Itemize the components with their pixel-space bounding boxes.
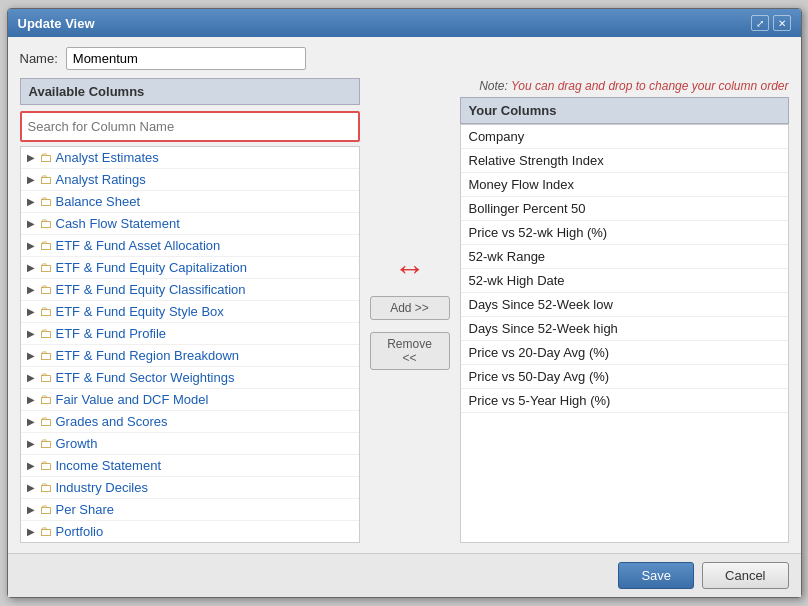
your-column-item[interactable]: Company — [461, 125, 788, 149]
folder-icon: 🗀 — [39, 150, 52, 165]
search-box-wrap[interactable] — [20, 111, 360, 142]
list-item-label: Income Statement — [56, 458, 162, 473]
list-item[interactable]: ▶🗀Fair Value and DCF Model — [21, 389, 359, 411]
folder-icon: 🗀 — [39, 436, 52, 451]
expand-icon: ▶ — [27, 196, 35, 207]
list-item[interactable]: ▶🗀Analyst Ratings — [21, 169, 359, 191]
add-button[interactable]: Add >> — [370, 296, 450, 320]
folder-icon: 🗀 — [39, 458, 52, 473]
your-column-item[interactable]: Price vs 20-Day Avg (%) — [461, 341, 788, 365]
list-item-label: ETF & Fund Equity Classification — [56, 282, 246, 297]
cancel-button[interactable]: Cancel — [702, 562, 788, 589]
list-item[interactable]: ▶🗀ETF & Fund Equity Capitalization — [21, 257, 359, 279]
your-column-item[interactable]: Days Since 52-Week low — [461, 293, 788, 317]
list-item[interactable]: ▶🗀ETF & Fund Equity Classification — [21, 279, 359, 301]
title-bar: Update View ⤢ ✕ — [8, 9, 801, 37]
expand-icon: ▶ — [27, 262, 35, 273]
list-item[interactable]: ▶🗀Cash Flow Statement — [21, 213, 359, 235]
expand-icon: ▶ — [27, 284, 35, 295]
list-item-label: ETF & Fund Profile — [56, 326, 167, 341]
save-button[interactable]: Save — [618, 562, 694, 589]
list-item-label: Growth — [56, 436, 98, 451]
your-column-item[interactable]: 52-wk Range — [461, 245, 788, 269]
expand-icon: ▶ — [27, 482, 35, 493]
expand-icon: ▶ — [27, 152, 35, 163]
expand-icon: ▶ — [27, 240, 35, 251]
list-item[interactable]: ▶🗀Growth — [21, 433, 359, 455]
update-view-dialog: Update View ⤢ ✕ Name: Available Columns … — [7, 8, 802, 598]
your-column-item[interactable]: Relative Strength Index — [461, 149, 788, 173]
list-item-label: ETF & Fund Equity Style Box — [56, 304, 224, 319]
list-item-label: ETF & Fund Region Breakdown — [56, 348, 240, 363]
list-item-label: ETF & Fund Asset Allocation — [56, 238, 221, 253]
your-column-item[interactable]: Price vs 50-Day Avg (%) — [461, 365, 788, 389]
list-item-label: Grades and Scores — [56, 414, 168, 429]
folder-icon: 🗀 — [39, 172, 52, 187]
expand-icon: ▶ — [27, 526, 35, 537]
list-item[interactable]: ▶🗀ETF & Fund Sector Weightings — [21, 367, 359, 389]
available-columns-panel: Available Columns ▶🗀Analyst Estimates▶🗀A… — [20, 78, 360, 543]
expand-icon: ▶ — [27, 504, 35, 515]
your-column-item[interactable]: Money Flow Index — [461, 173, 788, 197]
remove-button[interactable]: Remove << — [370, 332, 450, 370]
folder-icon: 🗀 — [39, 238, 52, 253]
list-item[interactable]: ▶🗀ETF & Fund Profile — [21, 323, 359, 345]
list-item[interactable]: ▶🗀ETF & Fund Equity Style Box — [21, 301, 359, 323]
folder-icon: 🗀 — [39, 304, 52, 319]
list-item-label: Analyst Ratings — [56, 172, 146, 187]
expand-icon: ▶ — [27, 416, 35, 427]
list-item-label: Cash Flow Statement — [56, 216, 180, 231]
your-column-item[interactable]: Bollinger Percent 50 — [461, 197, 788, 221]
list-item[interactable]: ▶🗀Grades and Scores — [21, 411, 359, 433]
folder-icon: 🗀 — [39, 524, 52, 539]
your-column-item[interactable]: Days Since 52-Week high — [461, 317, 788, 341]
folder-icon: 🗀 — [39, 326, 52, 341]
transfer-arrow-icon: ↔ — [394, 252, 426, 284]
middle-panel: ↔ Add >> Remove << — [360, 78, 460, 543]
dialog-footer: Save Cancel — [8, 553, 801, 597]
folder-icon: 🗀 — [39, 370, 52, 385]
name-label: Name: — [20, 51, 58, 66]
list-item-label: Analyst Estimates — [56, 150, 159, 165]
list-item-label: Balance Sheet — [56, 194, 141, 209]
your-column-item[interactable]: Price vs 52-wk High (%) — [461, 221, 788, 245]
list-item[interactable]: ▶🗀Industry Deciles — [21, 477, 359, 499]
maximize-button[interactable]: ⤢ — [751, 15, 769, 31]
your-column-item[interactable]: Price vs 5-Year High (%) — [461, 389, 788, 413]
your-column-item[interactable]: 52-wk High Date — [461, 269, 788, 293]
folder-icon: 🗀 — [39, 282, 52, 297]
folder-icon: 🗀 — [39, 348, 52, 363]
expand-icon: ▶ — [27, 460, 35, 471]
list-item[interactable]: ▶🗀Analyst Estimates — [21, 147, 359, 169]
expand-icon: ▶ — [27, 372, 35, 383]
list-item-label: Portfolio — [56, 524, 104, 539]
list-item-label: Per Share — [56, 502, 115, 517]
name-input[interactable] — [66, 47, 306, 70]
dialog-title: Update View — [18, 16, 95, 31]
list-item[interactable]: ▶🗀Balance Sheet — [21, 191, 359, 213]
available-columns-header: Available Columns — [20, 78, 360, 105]
list-item-label: ETF & Fund Sector Weightings — [56, 370, 235, 385]
list-item[interactable]: ▶🗀ETF & Fund Asset Allocation — [21, 235, 359, 257]
folder-icon: 🗀 — [39, 414, 52, 429]
expand-icon: ▶ — [27, 350, 35, 361]
search-input[interactable] — [28, 119, 352, 134]
list-item-label: ETF & Fund Equity Capitalization — [56, 260, 247, 275]
dialog-body: Name: Available Columns ▶🗀Analyst Estima… — [8, 37, 801, 553]
list-item[interactable]: ▶🗀Income Statement — [21, 455, 359, 477]
note-text: Note: You can drag and drop to change yo… — [479, 79, 788, 93]
list-item[interactable]: ▶🗀Per Share — [21, 499, 359, 521]
available-columns-list[interactable]: ▶🗀Analyst Estimates▶🗀Analyst Ratings▶🗀Ba… — [20, 146, 360, 543]
list-item-label: Industry Deciles — [56, 480, 148, 495]
close-button[interactable]: ✕ — [773, 15, 791, 31]
your-columns-header: Your Columns — [460, 97, 789, 124]
list-item[interactable]: ▶🗀Portfolio — [21, 521, 359, 543]
your-columns-list[interactable]: CompanyRelative Strength IndexMoney Flow… — [460, 124, 789, 543]
expand-icon: ▶ — [27, 394, 35, 405]
your-columns-panel: Note: You can drag and drop to change yo… — [460, 78, 789, 543]
list-item-label: Fair Value and DCF Model — [56, 392, 209, 407]
list-item[interactable]: ▶🗀ETF & Fund Region Breakdown — [21, 345, 359, 367]
expand-icon: ▶ — [27, 438, 35, 449]
title-bar-controls: ⤢ ✕ — [751, 15, 791, 31]
expand-icon: ▶ — [27, 218, 35, 229]
